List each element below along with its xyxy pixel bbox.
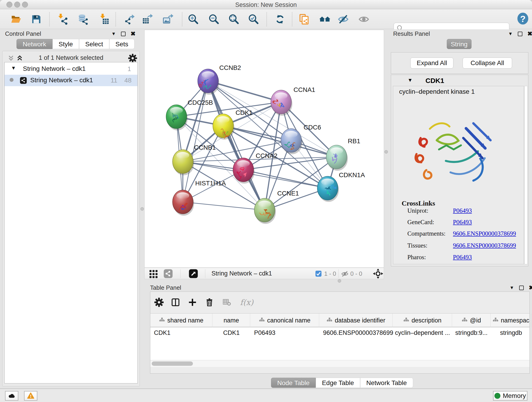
- zoom-selected-button[interactable]: [247, 13, 259, 25]
- tab-edge-table[interactable]: Edge Table: [316, 378, 360, 388]
- delete-table-button: [221, 297, 232, 308]
- crosslink-link[interactable]: P06493: [453, 219, 472, 226]
- network-node-CCNA2[interactable]: [233, 158, 254, 184]
- table-cell[interactable]: stringdb: [491, 328, 531, 338]
- left-splitter-handle[interactable]: [140, 207, 144, 211]
- tab-network-table[interactable]: Network Table: [360, 378, 413, 388]
- column-header-namespac[interactable]: namespac: [491, 313, 531, 327]
- results-panel-close-icon[interactable]: ✖: [527, 30, 532, 37]
- control-panel-menu-icon[interactable]: ▼: [111, 31, 116, 36]
- column-header--id[interactable]: @id: [452, 313, 491, 327]
- home-button[interactable]: [319, 13, 331, 25]
- hscrollbar-thumb[interactable]: [152, 361, 193, 366]
- warnings-button[interactable]: [24, 391, 37, 401]
- column-header-name[interactable]: name: [213, 313, 250, 327]
- network-node-CDK1[interactable]: [213, 114, 234, 140]
- node-table[interactable]: shared namenamecanonical namedatabase id…: [150, 313, 530, 367]
- column-header-canonical-name[interactable]: canonical name: [250, 313, 319, 327]
- network-node-CCNB2[interactable]: [198, 69, 219, 95]
- column-header-database-identifier[interactable]: database identifier: [319, 313, 393, 327]
- control-panel-float-icon[interactable]: [121, 32, 126, 36]
- gene-header-row[interactable]: ▼ CDK1: [391, 77, 528, 86]
- table-panel-float-icon[interactable]: [519, 286, 524, 290]
- column-header-shared-name[interactable]: shared name: [150, 313, 212, 327]
- fit-content-button[interactable]: [228, 13, 240, 25]
- network-view[interactable]: CCNB2CCNA1CDC25BCDK1CDC6RB1CCNB1CCNA2CDK…: [144, 30, 384, 268]
- tab-string[interactable]: String: [447, 39, 472, 49]
- tab-style[interactable]: Style: [52, 39, 79, 49]
- network-node-CCNA1[interactable]: [271, 90, 292, 116]
- table-cell[interactable]: 9606.ENSP00000378699: [319, 328, 393, 338]
- network-row-selected[interactable]: String Network – cdk1 11 48: [5, 75, 138, 86]
- horizontal-splitter-handle[interactable]: [338, 279, 341, 283]
- network-node-RB1[interactable]: [326, 145, 348, 171]
- tab-sets[interactable]: Sets: [109, 39, 134, 49]
- results-panel-menu-icon[interactable]: ▼: [508, 31, 513, 36]
- network-options-gear-icon[interactable]: [128, 54, 137, 63]
- selected-counts: 1 - 0: [324, 270, 336, 277]
- crosslink-link[interactable]: P06493: [453, 207, 472, 214]
- control-panel-close-icon[interactable]: ✖: [131, 30, 136, 37]
- tab-select[interactable]: Select: [79, 39, 109, 49]
- expand-all-button[interactable]: Expand All: [410, 57, 453, 69]
- create-column-button[interactable]: [187, 297, 198, 308]
- collapse-all-button[interactable]: Collapse All: [462, 57, 512, 69]
- column-header-description[interactable]: description: [393, 313, 452, 327]
- help-button[interactable]: ?: [517, 13, 529, 25]
- node-label: CCNB2: [219, 64, 241, 71]
- network-node-CCNE1[interactable]: [254, 198, 276, 224]
- selected-checkbox-icon[interactable]: [315, 270, 322, 277]
- table-hscrollbar[interactable]: [150, 360, 530, 367]
- table-cell[interactable]: P06493: [250, 328, 319, 338]
- show-columns-button[interactable]: [170, 297, 181, 308]
- network-view-title: String Network – cdk1: [211, 270, 272, 277]
- refresh-button[interactable]: [274, 13, 286, 25]
- network-node-CDC6[interactable]: [281, 128, 302, 154]
- crosslink-link[interactable]: P06493: [453, 254, 472, 261]
- open-in-window-icon[interactable]: [189, 269, 198, 279]
- database-icon: [77, 13, 89, 25]
- export-image-button[interactable]: [162, 13, 174, 25]
- clone-network-button[interactable]: [298, 13, 310, 25]
- table-cell[interactable]: stringdb:9...: [452, 328, 491, 338]
- network-canvas[interactable]: CCNB2CCNA1CDC25BCDK1CDC6RB1CCNB1CCNA2CDK…: [145, 30, 384, 268]
- gene-details: cyclin–dependent kinase 1: [393, 86, 524, 264]
- network-collection-row[interactable]: ▼ String Network – cdk1 1: [5, 63, 138, 75]
- import-network-from-file-button[interactable]: [57, 13, 69, 25]
- network-badge-icon[interactable]: [163, 269, 173, 279]
- results-panel-float-icon[interactable]: [518, 32, 522, 36]
- table-panel-menu-icon[interactable]: ▼: [510, 285, 514, 290]
- birdseye-navigator-icon[interactable]: [373, 268, 383, 279]
- network-node-CDKN1A[interactable]: [317, 176, 339, 202]
- zoom-in-button[interactable]: [187, 13, 199, 25]
- cloud-status-button[interactable]: [5, 391, 18, 401]
- open-session-button[interactable]: [10, 13, 22, 25]
- delete-column-button[interactable]: [204, 297, 215, 308]
- grid-view-icon[interactable]: [149, 269, 158, 279]
- results-scrollbar[interactable]: [525, 86, 528, 264]
- tab-network[interactable]: Network: [17, 39, 52, 49]
- export-network-button[interactable]: [124, 13, 136, 25]
- network-node-CDC25B[interactable]: [166, 105, 188, 130]
- table-cell[interactable]: CDK1: [150, 328, 212, 338]
- table-cell[interactable]: cyclin–dependent ...: [393, 328, 452, 338]
- gene-expander-icon[interactable]: ▼: [408, 77, 413, 83]
- crosslink-link[interactable]: 9606.ENSP00000378699: [453, 242, 516, 249]
- network-node-HIST1H1A[interactable]: [172, 190, 194, 216]
- table-options-button[interactable]: [153, 297, 165, 308]
- save-session-button[interactable]: [30, 13, 42, 25]
- crosslink-link[interactable]: 9606.ENSP00000378699: [453, 230, 516, 237]
- table-cell[interactable]: CDK1: [213, 328, 250, 338]
- right-splitter-handle[interactable]: [385, 150, 388, 153]
- hide-selected-button[interactable]: [337, 13, 349, 25]
- import-table-from-file-button[interactable]: [98, 13, 110, 25]
- collection-expander-icon[interactable]: ▼: [11, 65, 16, 71]
- import-network-from-database-button[interactable]: [77, 13, 89, 25]
- table-panel-close-icon[interactable]: ✖: [529, 284, 532, 291]
- tab-node-table[interactable]: Node Table: [271, 378, 316, 388]
- memory-button[interactable]: Memory: [493, 391, 527, 401]
- svg-text:?: ?: [520, 14, 526, 24]
- show-all-button[interactable]: [358, 13, 370, 25]
- export-table-button[interactable]: [142, 13, 153, 25]
- zoom-out-button[interactable]: [208, 13, 220, 25]
